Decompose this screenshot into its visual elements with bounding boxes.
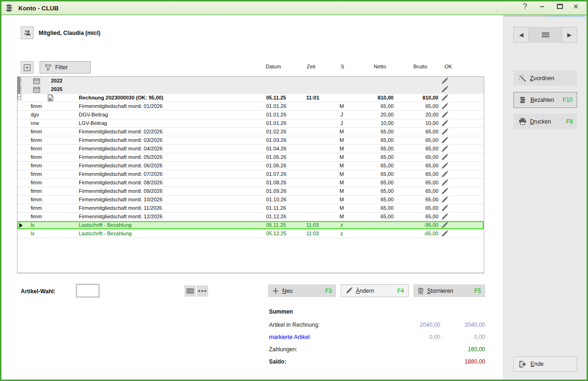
- row-brutto: 65,00: [395, 180, 438, 185]
- maximize-button[interactable]: [557, 0, 571, 13]
- sum-label-artikel-in-rechnung: Artikel in Rechnung:: [269, 322, 319, 328]
- row-brutto: 65,00: [395, 146, 438, 151]
- edit-pencil-icon[interactable]: [441, 137, 448, 144]
- row-brutto: 65,00: [395, 171, 438, 177]
- exit-icon: [519, 361, 527, 368]
- row-time: 11:03: [306, 231, 319, 236]
- bezahlen-button[interactable]: Bezahlen F10: [513, 92, 577, 108]
- expand-toggle[interactable]: −: [17, 93, 21, 100]
- edit-pencil-icon[interactable]: [441, 213, 448, 221]
- row-brutto: 65,00: [395, 129, 438, 134]
- edit-pencil-icon[interactable]: [441, 120, 448, 127]
- member-icon: [23, 29, 32, 37]
- stornieren-button[interactable]: Stornieren F5: [413, 284, 485, 297]
- table-row[interactable]: fimmFirmenmitgliedschaft montl. 04/20260…: [17, 145, 484, 153]
- nav-next-button[interactable]: ▶: [562, 27, 577, 43]
- table-row[interactable]: fimmFirmenmitgliedschaft montl. 08/20260…: [17, 179, 484, 187]
- edit-pencil-icon[interactable]: [441, 111, 448, 119]
- row-date: 05.11.25: [266, 222, 286, 228]
- column-header-ok: OK: [445, 64, 452, 69]
- table-row[interactable]: fimmFirmenmitgliedschaft montl. 02/20260…: [17, 128, 484, 136]
- table-row[interactable]: lsLastschrift - Bezahlung05.11.2511:03z-…: [17, 221, 484, 230]
- nav-list-button[interactable]: [529, 27, 562, 43]
- ende-button[interactable]: Ende: [513, 356, 577, 372]
- table-row[interactable]: fimmFirmenmitgliedschaft montl. 09/20260…: [17, 187, 484, 196]
- close-button[interactable]: ✕: [573, 0, 586, 13]
- row-netto: 65,00: [348, 171, 394, 177]
- edit-pencil-icon[interactable]: [441, 128, 448, 136]
- zuordnen-label: Zuordnen: [530, 75, 554, 82]
- panel-strip-blue: [547, 15, 585, 17]
- aendern-button[interactable]: Ändern F4: [341, 284, 409, 297]
- artikel-wahl-input[interactable]: [76, 284, 99, 297]
- row-code: fimm: [31, 163, 42, 168]
- row-brutto: 65,00: [395, 214, 438, 219]
- row-status: z: [338, 222, 345, 228]
- table-row[interactable]: dgvDGV-Beitrag01.01.26J20,0020,00: [17, 111, 484, 119]
- neu-label: Neu: [282, 288, 293, 294]
- expand-all-button[interactable]: [21, 61, 34, 74]
- edit-pencil-icon[interactable]: [441, 230, 448, 238]
- edit-pencil-icon[interactable]: [441, 154, 448, 161]
- edit-pencil-icon[interactable]: [441, 188, 448, 195]
- table-row[interactable]: +2022: [17, 77, 484, 85]
- row-netto: 65,00: [348, 197, 394, 202]
- edit-pencil-icon[interactable]: [441, 171, 448, 178]
- table-row[interactable]: fimmFirmenmitgliedschaft montl. 07/20260…: [17, 170, 484, 179]
- row-status: M: [338, 137, 345, 143]
- table-row[interactable]: fimmFirmenmitgliedschaft montl. 10/20260…: [17, 196, 484, 204]
- table-row[interactable]: nrwLGV-Beitrag01.01.26J10,0010,00: [17, 119, 484, 128]
- edit-pencil-icon[interactable]: [441, 222, 448, 229]
- artikel-more-button[interactable]: ●●●: [197, 285, 208, 297]
- list-icon: [186, 288, 194, 294]
- neu-button[interactable]: Neu F3: [268, 284, 336, 297]
- window-title: Konto - CLUB: [18, 5, 59, 12]
- row-status: M: [338, 103, 345, 109]
- edit-pencil-icon[interactable]: [441, 179, 448, 187]
- member-button[interactable]: [21, 26, 34, 39]
- table-row[interactable]: fimmFirmenmitgliedschaft montl. 12/20260…: [17, 213, 484, 221]
- neu-fkey: F3: [325, 288, 332, 294]
- row-status: M: [338, 129, 345, 134]
- zuordnen-button[interactable]: Zuordnen: [513, 70, 577, 86]
- nav-previous-button[interactable]: ◀: [513, 27, 529, 43]
- column-header-s: S: [341, 64, 344, 69]
- minimize-button[interactable]: –: [540, 0, 554, 13]
- row-status: M: [338, 180, 345, 185]
- ende-label: Ende: [530, 361, 544, 367]
- row-brutto: 65,00: [395, 197, 438, 202]
- table-row[interactable]: −$Rechnung 2023000030 (OK: 95,00)05.11.2…: [17, 94, 484, 102]
- edit-pencil-icon[interactable]: [441, 196, 448, 204]
- selected-row-arrow-icon: [19, 223, 23, 228]
- member-name: Mitglied, Claudia (micl): [39, 30, 101, 36]
- ellipsis-icon: ●●●: [198, 289, 207, 293]
- sum-brutto-saldo: 1880,00: [414, 358, 485, 365]
- table-row[interactable]: lsLastschrift - Bezahlung05.12.2511:03z-…: [17, 230, 484, 238]
- table-row[interactable]: fimmFirmenmitgliedschaft montl. 05/20260…: [17, 153, 484, 162]
- row-year-label: 2025: [51, 86, 62, 92]
- table-row[interactable]: −2025: [17, 85, 484, 94]
- edit-pencil-icon[interactable]: [441, 145, 448, 153]
- edit-pencil-icon[interactable]: [441, 94, 448, 102]
- table-row[interactable]: fimmFirmenmitgliedschaft montl. 11/20260…: [17, 204, 484, 213]
- row-code: fimm: [31, 205, 42, 211]
- pencil-icon: [345, 287, 353, 294]
- edit-pencil-icon[interactable]: [441, 162, 448, 170]
- filter-button[interactable]: Filter: [40, 61, 91, 74]
- filter-label: Filter: [55, 64, 68, 71]
- drucken-button[interactable]: Drucken F8: [513, 114, 577, 129]
- row-code: fimm: [31, 154, 42, 160]
- trash-icon: [418, 287, 424, 294]
- row-code: fimm: [31, 146, 42, 151]
- table-row[interactable]: fimmFirmenmitgliedschaft montl. 01/20260…: [17, 102, 484, 111]
- edit-pencil-icon[interactable]: [441, 86, 448, 93]
- table-row[interactable]: fimmFirmenmitgliedschaft montl. 06/20260…: [17, 162, 484, 170]
- table-row[interactable]: fimmFirmenmitgliedschaft montl. 03/20260…: [17, 136, 484, 145]
- edit-pencil-icon[interactable]: [441, 103, 448, 110]
- help-button[interactable]: ?: [523, 0, 537, 13]
- row-date: 01.01.26: [266, 120, 286, 126]
- edit-pencil-icon[interactable]: [441, 77, 448, 85]
- edit-pencil-icon[interactable]: [441, 205, 448, 212]
- drucken-label: Drucken: [530, 118, 551, 125]
- artikel-list-button[interactable]: [185, 285, 196, 297]
